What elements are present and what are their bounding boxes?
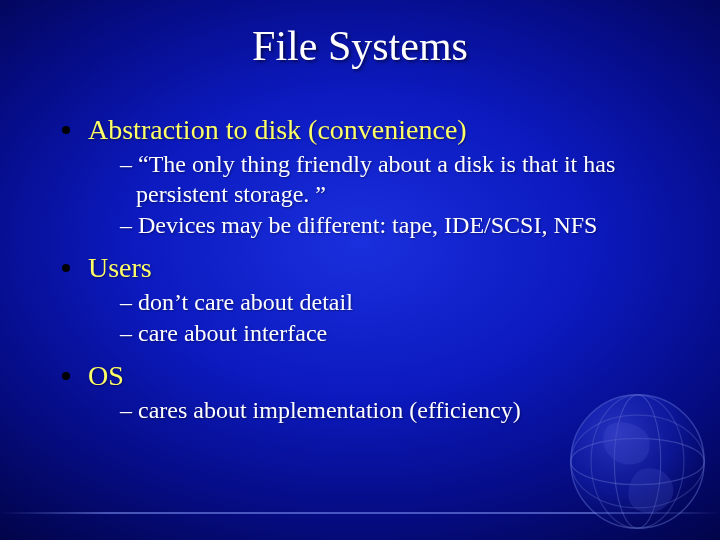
bullet-text: Users bbox=[88, 250, 152, 285]
slide: File Systems Abstraction to disk (conven… bbox=[0, 0, 720, 540]
bullet-item: Abstraction to disk (convenience) bbox=[62, 112, 680, 147]
bullet-text: Abstraction to disk (convenience) bbox=[88, 112, 467, 147]
sub-item: – Devices may be different: tape, IDE/SC… bbox=[120, 210, 680, 240]
bullet-text: OS bbox=[88, 358, 124, 393]
sub-item: – “The only thing friendly about a disk … bbox=[120, 149, 680, 209]
bullet-item: Users bbox=[62, 250, 680, 285]
globe-icon bbox=[565, 389, 710, 534]
page-title: File Systems bbox=[0, 22, 720, 70]
bullet-dot-icon bbox=[62, 264, 70, 272]
bullet-dot-icon bbox=[62, 372, 70, 380]
bullet-dot-icon bbox=[62, 126, 70, 134]
content-area: Abstraction to disk (convenience) – “The… bbox=[62, 112, 680, 435]
sub-item: – don’t care about detail bbox=[120, 287, 680, 317]
sub-list: – don’t care about detail – care about i… bbox=[120, 287, 680, 348]
sub-item: – care about interface bbox=[120, 318, 680, 348]
sub-list: – “The only thing friendly about a disk … bbox=[120, 149, 680, 240]
bullet-item: OS bbox=[62, 358, 680, 393]
